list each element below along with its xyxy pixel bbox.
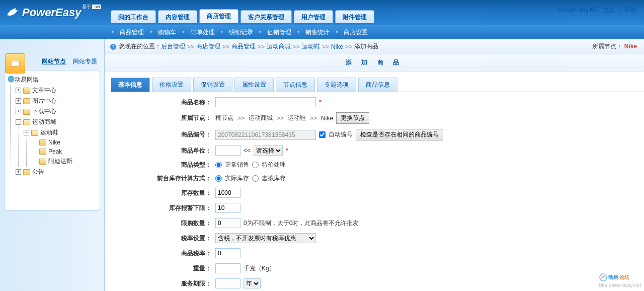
stock-virtual-radio[interactable] [252,175,259,182]
folder-icon [39,159,46,165]
label-node: 所属节点： [115,114,215,122]
main-nav: 我的工作台 内容管理 商店管理 客户关系管理 用户管理 附件管理 [111,0,374,25]
service-input[interactable] [215,278,240,288]
crumb[interactable]: 商品管理 [231,42,256,51]
tree-item[interactable]: +文章中心 [16,85,97,96]
subnav-promo[interactable]: 促销管理 [267,28,291,37]
label-stock-alert: 库存报警下限： [115,204,215,212]
tree-item[interactable]: +图片中心 [16,96,97,106]
tree-toggle-icon[interactable]: − [24,130,29,135]
sub-nav: •商品管理 •购物车 •订单处理 •明细记录 •促销管理 •销售统计 •商店设置 [0,25,644,39]
subnav-cart[interactable]: 购物车 [158,28,176,37]
tree-toggle-icon[interactable]: + [16,169,21,175]
product-code-input[interactable] [215,130,316,140]
logo-net-badge: .net [92,5,101,9]
crumb[interactable]: 后台管理 [161,42,185,51]
nav-tab-crm[interactable]: 客户关系管理 [240,10,292,23]
globe-icon [8,76,15,84]
sidebar-tab-nodes[interactable]: 网站节点 [40,56,68,67]
subnav-settings[interactable]: 商店设置 [344,28,368,37]
weight-unit: 千克（Kg） [244,264,275,273]
nav-tab-user[interactable]: 用户管理 [294,10,333,23]
subnav-product[interactable]: 商品管理 [120,28,144,37]
form-tab-promo[interactable]: 促销设置 [193,78,232,92]
home-link[interactable]: PowerEasy.NET 主页 [558,7,615,14]
stock-alert-input[interactable] [215,203,240,213]
breadcrumb-prefix: 您现在的位置： [119,42,161,51]
crumb[interactable]: 商店管理 [196,42,220,51]
label-stock-qty: 库存数量： [115,189,215,197]
nav-tab-content[interactable]: 内容管理 [158,10,197,23]
tree-toggle-icon[interactable]: + [16,109,21,114]
tree-item[interactable]: 阿迪达斯 [32,156,97,167]
label-tax-rate: 商品税率： [115,249,215,258]
logo-sup: 基于 [82,4,91,10]
breadcrumb: ? 您现在的位置： 后台管理>> 商店管理>> 商品管理>> 运动商城>> 运动… [105,39,644,54]
tree-root[interactable]: 动易网络 [8,75,97,85]
node-path-part: 根节点 [215,114,233,122]
tree-item[interactable]: −运动鞋 [24,127,97,138]
node-path-part: 运动鞋 [288,114,306,122]
required-mark: * [286,147,288,154]
current-node-value: Nike [624,43,637,50]
breadcrumb-right: 所属节点： Nike [592,42,637,51]
label-code: 商品编号： [115,130,215,139]
tree-item[interactable]: Peak [32,147,97,156]
subnav-stats[interactable]: 销售统计 [305,28,330,37]
svg-text:?: ? [112,44,114,49]
nav-tab-workbench[interactable]: 我的工作台 [111,10,156,23]
auto-code-checkbox[interactable] [319,131,326,138]
logo-text: PowerEasy [22,6,81,19]
form-tab-info[interactable]: 商品信息 [358,78,397,92]
nav-tab-attach[interactable]: 附件管理 [335,10,374,23]
tax-rate-input[interactable] [215,248,240,258]
check-code-button[interactable]: 检查是否存在相同的商品编号 [356,129,443,140]
svg-point-5 [600,274,607,281]
crumb[interactable]: 运动商城 [267,42,291,51]
sidebar-tab-topics[interactable]: 网站专题 [71,56,99,67]
form-tab-node[interactable]: 节点信息 [276,78,315,92]
tree-item[interactable]: +下载中心 [16,106,97,117]
tree-item[interactable]: −运动商城 [16,117,97,127]
unit-input[interactable] [215,146,240,156]
help-link[interactable]: 帮助 [624,7,636,14]
form-tab-attr[interactable]: 属性设置 [234,78,274,92]
form-tab-price[interactable]: 价格设置 [152,78,191,92]
subnav-detail[interactable]: 明细记录 [229,28,253,37]
label-weight: 重量： [115,264,215,273]
nav-tab-shop[interactable]: 商店管理 [199,9,238,23]
label-type: 商品类型： [115,161,215,169]
node-path-part: 运动商城 [249,114,273,122]
stock-real-radio[interactable] [215,175,222,182]
crumb[interactable]: Nike [331,43,343,50]
tree-toggle-icon[interactable]: + [16,88,21,93]
folder-icon [39,149,46,155]
label-service: 服务期限： [115,279,215,288]
label-product-name: 商品名称： [115,98,215,107]
form-tab-basic[interactable]: 基本信息 [111,78,150,92]
subnav-order[interactable]: 订单处理 [191,28,215,37]
service-unit-select[interactable]: 年 [244,278,261,288]
type-normal-radio[interactable] [215,162,222,168]
form-tab-topic[interactable]: 专题选项 [317,78,356,92]
page-title: 添 加 商 品 [105,54,644,71]
tree-toggle-icon[interactable]: + [16,98,21,104]
product-name-input[interactable] [215,97,316,107]
main-content: ? 您现在的位置： 后台管理>> 商店管理>> 商品管理>> 运动商城>> 运动… [105,39,644,291]
change-node-button[interactable]: 更换节点 [336,112,369,124]
svg-rect-1 [11,60,19,62]
top-bar: PowerEasy 基于 .net 我的工作台 内容管理 商店管理 客户关系管理… [0,0,644,25]
tax-setting-select[interactable]: 含税，不开发票时有税率优惠 [215,233,316,243]
limit-input[interactable] [215,218,240,228]
crumb[interactable]: 运动鞋 [302,42,320,51]
tree-item[interactable]: +公告 [16,167,97,177]
tree-toggle-icon[interactable]: − [16,119,21,125]
stock-qty-input[interactable] [215,188,240,198]
unit-select[interactable]: 请选择 [254,146,283,156]
label-tax-setting: 税率设置： [115,234,215,243]
type-special-radio[interactable] [252,162,259,168]
tree-item[interactable]: Nike [32,138,97,147]
folder-icon [23,169,30,175]
folder-icon [23,98,30,104]
weight-input[interactable] [215,263,240,273]
